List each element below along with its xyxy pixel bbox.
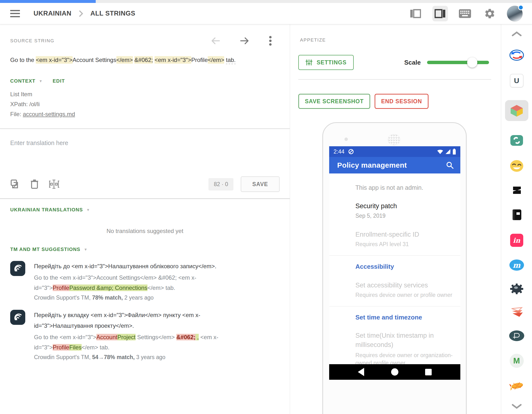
layout-right-icon [435, 9, 446, 19]
phone-list-item: Enrollment-specific ID Requires API leve… [355, 231, 453, 248]
context-xpath: XPath: /ol/li [10, 99, 280, 109]
editor-panel: SOURCE STRING Go to the <em x-id="3">Acc… [0, 24, 290, 414]
layout-left-panel-button[interactable] [408, 6, 423, 21]
appetize-panel: APPETIZE SETTINGS Scale SAVE SCREENSHOT … [290, 24, 501, 414]
nav-back-icon[interactable] [358, 368, 364, 376]
end-session-button[interactable]: END SESSION [375, 94, 428, 109]
keyboard-shortcuts-button[interactable] [457, 6, 473, 21]
tm-suggestion-row[interactable]: Перейдіть у вкладку <em x-id="3">Файли</… [0, 301, 290, 361]
clear-translation-icon[interactable] [31, 179, 38, 189]
suggestion-meta: Crowdin Support's TM, 78% match, 2 years… [34, 294, 245, 301]
phone-statusbar: 2:44 [329, 146, 460, 157]
crowdin-tm-icon [10, 310, 25, 325]
translation-progress-bar [0, 0, 532, 3]
phone-divider [329, 255, 460, 256]
context-caret-icon[interactable]: ▼ [39, 79, 43, 83]
previous-string-icon[interactable] [211, 37, 220, 45]
online-status-dot [518, 5, 523, 10]
appetize-header: APPETIZE [300, 38, 326, 43]
zigzag-icon[interactable] [511, 185, 522, 196]
signal-icon [445, 149, 451, 154]
text-cursor-icon[interactable] [48, 179, 59, 189]
medium-icon[interactable]: M [510, 354, 524, 368]
phone-divider [329, 306, 460, 306]
search-icon[interactable] [446, 161, 454, 169]
settings-gear-button[interactable] [482, 6, 497, 21]
phone-app-title: Policy management [337, 161, 407, 169]
suggestions-section-header[interactable]: TM AND MT SUGGESTIONS [10, 247, 80, 252]
kebab-menu-icon[interactable] [269, 36, 272, 46]
user-avatar[interactable] [507, 6, 523, 22]
translation-placeholder: Enter translation here [10, 139, 68, 146]
source-string-text: Go to the <em x-id="3">Account Settings<… [10, 54, 275, 66]
phone-list-item[interactable]: Security patch Sep 5, 2019 [355, 202, 453, 220]
suggestion-source-text: Go to the <em x-id="3">AccountProject Se… [34, 332, 245, 353]
save-translation-button[interactable]: SAVE [241, 176, 280, 192]
scale-slider-knob[interactable] [467, 57, 477, 67]
phone-speaker [388, 134, 400, 145]
context-file-link[interactable]: account-settings.md [23, 111, 75, 117]
copy-source-icon[interactable] [10, 179, 20, 189]
suggestion-source-text: Go to the <em x-id="3">Account Settings<… [34, 273, 245, 293]
context-type: List Item [10, 89, 280, 99]
zeplin-icon[interactable] [509, 380, 524, 391]
usersnap-icon[interactable]: U [510, 74, 523, 87]
wifi-icon [437, 149, 443, 154]
translations-section-header[interactable]: UKRAINIAN TRANSLATIONS [10, 207, 83, 212]
suggestions-caret-icon[interactable]: ▼ [84, 247, 87, 251]
save-screenshot-button[interactable]: SAVE SCREENSHOT [298, 94, 370, 109]
device-preview: 2:44 Policy management [322, 122, 467, 414]
data-saver-icon [348, 148, 354, 155]
appetize-settings-button[interactable]: SETTINGS [298, 55, 354, 70]
phone-admin-note: This app is not an admin. [355, 184, 453, 191]
context-toggle[interactable]: CONTEXT [10, 78, 36, 84]
battery-icon [453, 149, 456, 154]
hamburger-menu-icon[interactable] [10, 10, 20, 17]
phone-section-header: Set time and timezone [355, 314, 453, 321]
nav-home-icon[interactable] [391, 368, 399, 375]
breadcrumb-language[interactable]: UKRAINIAN [34, 10, 71, 17]
status-time: 2:44 [333, 148, 344, 155]
translation-input[interactable]: Enter translation here [0, 129, 290, 165]
smiley-icon[interactable] [510, 160, 524, 172]
sea-mine-icon[interactable] [510, 283, 524, 294]
phone-appbar: Policy management [329, 157, 460, 173]
phone-list-item: Set time(Unix timestamp in milliseconds)… [355, 331, 453, 367]
nav-recents-icon[interactable] [425, 369, 432, 375]
scale-slider[interactable] [427, 61, 489, 64]
context-edit-button[interactable]: EDIT [53, 78, 65, 84]
suggestion-target-text: Перейдіть у вкладку <em x-id="3">Файли</… [34, 310, 245, 331]
divider [298, 79, 491, 80]
suggestion-meta: Crowdin Support's TM, 54→78% match, 3 ye… [34, 354, 245, 361]
breadcrumb-file[interactable]: ALL STRINGS [90, 10, 135, 17]
breadcrumb: UKRAINIAN ALL STRINGS [34, 10, 135, 17]
book-icon[interactable] [511, 208, 523, 221]
tm-suggestion-row[interactable]: Перейдіть до <em x-id="3">Налаштування о… [0, 252, 290, 301]
phone-section-header: Accessibility [355, 263, 453, 270]
marvel-icon[interactable]: m [509, 260, 524, 271]
phone-navbar [329, 364, 460, 380]
scale-label: Scale [404, 59, 421, 66]
invision-icon[interactable]: in [510, 234, 523, 247]
suggestion-target-text: Перейдіть до <em x-id="3">Налаштування о… [34, 261, 245, 272]
keyboard-icon [459, 9, 471, 18]
collapse-up-icon[interactable] [512, 31, 522, 37]
gear-icon [484, 8, 495, 19]
integrations-sidebar: U [501, 24, 532, 414]
layers-flag-icon[interactable] [510, 307, 523, 318]
no-translations-text: No translations suggested yet [0, 228, 290, 234]
phone-screen[interactable]: 2:44 Policy management [329, 146, 460, 380]
translations-caret-icon[interactable]: ▼ [86, 208, 90, 212]
layout-right-panel-button[interactable] [432, 6, 448, 21]
collapse-down-icon[interactable] [512, 404, 522, 409]
top-header: UKRAINIAN ALL STRINGS [0, 3, 532, 24]
sync-arrows-icon[interactable] [509, 49, 524, 61]
teal-app-icon[interactable] [510, 134, 523, 147]
character-counter: 82 · 0 [209, 178, 233, 191]
next-string-icon[interactable] [240, 37, 249, 45]
p-badge-icon[interactable] [509, 330, 524, 341]
cube-icon[interactable] [505, 100, 528, 121]
layout-left-icon [410, 9, 421, 19]
sliders-icon [305, 59, 313, 66]
crowdin-tm-icon [10, 261, 25, 276]
